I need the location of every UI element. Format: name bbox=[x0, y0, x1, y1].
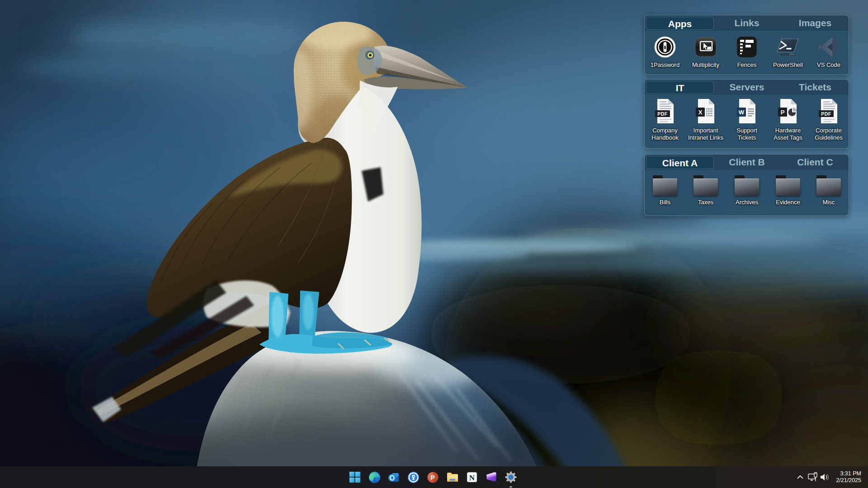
svg-text:P: P bbox=[781, 109, 785, 116]
svg-text:X: X bbox=[698, 109, 703, 116]
svg-text:PDF: PDF bbox=[821, 111, 831, 117]
svg-text:W: W bbox=[739, 109, 745, 116]
svg-text:P: P bbox=[430, 474, 434, 481]
svg-text:N: N bbox=[469, 474, 475, 482]
svg-text:PDF: PDF bbox=[657, 111, 668, 117]
